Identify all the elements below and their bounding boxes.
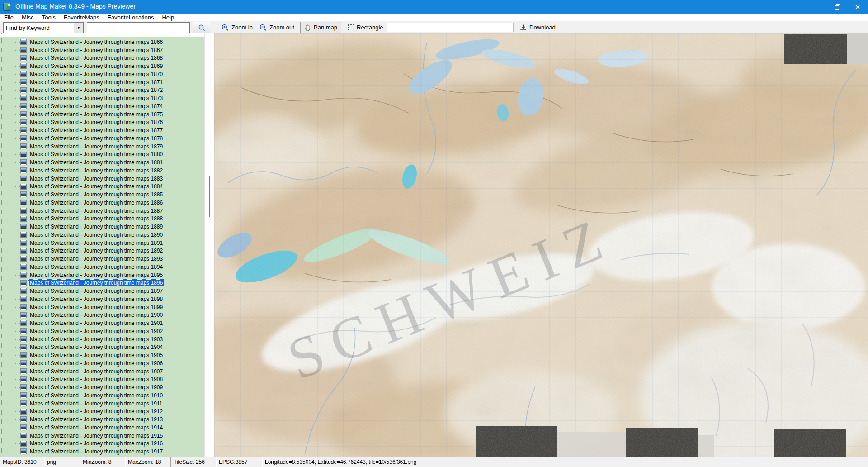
menu-item-file[interactable]: File xyxy=(0,14,18,21)
map-thumbnail-icon xyxy=(20,256,27,262)
list-item-label: Maps of Switzerland - Journey through ti… xyxy=(28,62,164,70)
find-mode-value: Find by Keyword xyxy=(4,24,74,31)
toolbar-separator xyxy=(297,23,297,32)
list-item[interactable]: Maps of Switzerland - Journey through ti… xyxy=(0,167,204,175)
list-item[interactable]: Maps of Switzerland - Journey through ti… xyxy=(0,223,204,231)
title-bar: Offline Map Maker 8.349 - Maps Previewer… xyxy=(0,0,868,14)
pan-map-button[interactable]: Pan map xyxy=(300,22,341,33)
list-item[interactable]: Maps of Switzerland - Journey through ti… xyxy=(0,215,204,223)
list-item[interactable]: Maps of Switzerland - Journey through ti… xyxy=(0,70,204,78)
list-item[interactable]: Maps of Switzerland - Journey through ti… xyxy=(0,46,204,54)
map-canvas[interactable]: SCHWEIZ xyxy=(214,33,868,457)
list-item[interactable]: Maps of Switzerland - Journey through ti… xyxy=(0,94,204,102)
list-scrollbar-thumb[interactable] xyxy=(209,176,210,217)
list-item[interactable]: Maps of Switzerland - Journey through ti… xyxy=(0,311,204,319)
list-item[interactable]: Maps of Switzerland - Journey through ti… xyxy=(0,119,204,127)
maximize-button[interactable] xyxy=(826,0,847,14)
list-item-label: Maps of Switzerland - Journey through ti… xyxy=(28,287,164,295)
list-item[interactable]: Maps of Switzerland - Journey through ti… xyxy=(0,440,204,448)
list-item[interactable]: Maps of Switzerland - Journey through ti… xyxy=(0,110,204,119)
list-item[interactable]: Maps of Switzerland - Journey through ti… xyxy=(0,448,204,456)
menu-item-misc[interactable]: Misc xyxy=(18,14,38,21)
list-item-label: Maps of Switzerland - Journey through ti… xyxy=(28,424,164,431)
menu-item-tools[interactable]: Tools xyxy=(38,14,60,21)
menu-item-favoritemaps[interactable]: FavoriteMaps xyxy=(60,14,104,21)
list-item[interactable]: Maps of Switzerland - Journey through ti… xyxy=(0,54,204,62)
list-item[interactable]: Maps of Switzerland - Journey through ti… xyxy=(0,287,204,295)
list-item[interactable]: Maps of Switzerland - Journey through ti… xyxy=(0,391,204,400)
zoom-out-button[interactable]: Zoom out xyxy=(256,22,298,33)
search-input[interactable] xyxy=(87,22,190,33)
toolbar-separator xyxy=(212,23,212,32)
list-item[interactable]: Maps of Switzerland - Journey through ti… xyxy=(0,432,204,440)
list-item[interactable]: Maps of Switzerland - Journey through ti… xyxy=(0,400,204,408)
list-item-label: Maps of Switzerland - Journey through ti… xyxy=(28,311,164,319)
list-item[interactable]: Maps of Switzerland - Journey through ti… xyxy=(0,151,204,159)
map-thumbnail-icon xyxy=(20,176,27,181)
list-item[interactable]: Maps of Switzerland - Journey through ti… xyxy=(0,424,204,432)
list-item[interactable]: Maps of Switzerland - Journey through ti… xyxy=(0,335,204,343)
list-item[interactable]: Maps of Switzerland - Journey through ti… xyxy=(0,126,204,134)
list-item-label: Maps of Switzerland - Journey through ti… xyxy=(28,159,164,166)
list-item[interactable]: Maps of Switzerland - Journey through ti… xyxy=(0,415,204,424)
list-item[interactable]: Maps of Switzerland - Journey through ti… xyxy=(0,191,204,199)
tree-connector xyxy=(15,243,20,243)
list-item-label: Maps of Switzerland - Journey through ti… xyxy=(28,408,164,415)
zoom-in-label: Zoom in xyxy=(231,24,253,31)
list-item[interactable]: Maps of Switzerland - Journey through ti… xyxy=(0,207,204,215)
list-item[interactable]: Maps of Switzerland - Journey through ti… xyxy=(0,271,204,279)
map-viewport: SCHWEIZ xyxy=(214,33,868,457)
close-button[interactable]: ✕ xyxy=(847,0,868,14)
list-item-label: Maps of Switzerland - Journey through ti… xyxy=(28,448,164,455)
list-item[interactable]: Maps of Switzerland - Journey through ti… xyxy=(0,279,204,287)
list-item[interactable]: Maps of Switzerland - Journey through ti… xyxy=(0,199,204,207)
list-item[interactable]: Maps of Switzerland - Journey through ti… xyxy=(0,343,204,352)
menu-item-help[interactable]: Help xyxy=(158,14,178,21)
zoom-in-button[interactable]: Zoom in xyxy=(218,22,256,33)
list-item[interactable]: Maps of Switzerland - Journey through ti… xyxy=(0,183,204,191)
list-item[interactable]: Maps of Switzerland - Journey through ti… xyxy=(0,359,204,367)
list-item[interactable]: Maps of Switzerland - Journey through ti… xyxy=(0,408,204,416)
list-item[interactable]: Maps of Switzerland - Journey through ti… xyxy=(0,295,204,303)
list-item[interactable]: Maps of Switzerland - Journey through ti… xyxy=(0,247,204,255)
list-item[interactable]: Maps of Switzerland - Journey through ti… xyxy=(0,303,204,311)
list-item[interactable]: Maps of Switzerland - Journey through ti… xyxy=(0,102,204,110)
list-item[interactable]: Maps of Switzerland - Journey through ti… xyxy=(0,319,204,327)
chevron-down-icon[interactable]: ▼ xyxy=(74,23,83,33)
tree-connector xyxy=(15,122,20,123)
list-item[interactable]: Maps of Switzerland - Journey through ti… xyxy=(0,143,204,151)
menu-item-favoritelocations[interactable]: FavoriteLocations xyxy=(104,14,158,21)
search-button[interactable] xyxy=(193,22,210,33)
list-item-label: Maps of Switzerland - Journey through ti… xyxy=(28,416,164,423)
list-item[interactable]: Maps of Switzerland - Journey through ti… xyxy=(0,231,204,239)
download-button[interactable]: Download xyxy=(516,22,559,33)
list-item[interactable]: Maps of Switzerland - Journey through ti… xyxy=(0,175,204,183)
list-item[interactable]: Maps of Switzerland - Journey through ti… xyxy=(0,255,204,263)
list-item[interactable]: Maps of Switzerland - Journey through ti… xyxy=(0,62,204,70)
list-item[interactable]: Maps of Switzerland - Journey through ti… xyxy=(0,383,204,391)
list-item-label: Maps of Switzerland - Journey through ti… xyxy=(28,143,164,150)
rectangle-button[interactable]: Rectangle xyxy=(344,22,387,33)
list-item-label: Maps of Switzerland - Journey through ti… xyxy=(28,279,164,286)
find-mode-combobox[interactable]: Find by Keyword ▼ xyxy=(3,22,84,33)
toolbar-text-input[interactable] xyxy=(387,23,514,32)
list-item[interactable]: Maps of Switzerland - Journey through ti… xyxy=(0,86,204,95)
list-item[interactable]: Maps of Switzerland - Journey through ti… xyxy=(0,376,204,384)
list-item[interactable]: Maps of Switzerland - Journey through ti… xyxy=(0,78,204,86)
list-item[interactable]: Maps of Switzerland - Journey through ti… xyxy=(0,263,204,271)
list-item-label: Maps of Switzerland - Journey through ti… xyxy=(28,384,164,391)
tree-connector xyxy=(15,90,20,91)
list-item[interactable]: Maps of Switzerland - Journey through ti… xyxy=(0,367,204,376)
list-item[interactable]: Maps of Switzerland - Journey through ti… xyxy=(0,38,204,46)
list-item[interactable]: Maps of Switzerland - Journey through ti… xyxy=(0,351,204,359)
maps-list-panel: Maps of Switzerland - Journey through ti… xyxy=(0,33,204,457)
zoom-out-icon xyxy=(259,24,267,31)
list-scrollbar-track[interactable] xyxy=(204,33,214,457)
minimize-button[interactable] xyxy=(806,0,826,14)
list-item[interactable]: Maps of Switzerland - Journey through ti… xyxy=(0,158,204,167)
list-item-label: Maps of Switzerland - Journey through ti… xyxy=(28,183,164,190)
list-item[interactable]: Maps of Switzerland - Journey through ti… xyxy=(0,134,204,143)
status-min-zoom: MinZoom: 8 xyxy=(80,457,125,467)
list-item[interactable]: Maps of Switzerland - Journey through ti… xyxy=(0,239,204,247)
list-item[interactable]: Maps of Switzerland - Journey through ti… xyxy=(0,327,204,335)
